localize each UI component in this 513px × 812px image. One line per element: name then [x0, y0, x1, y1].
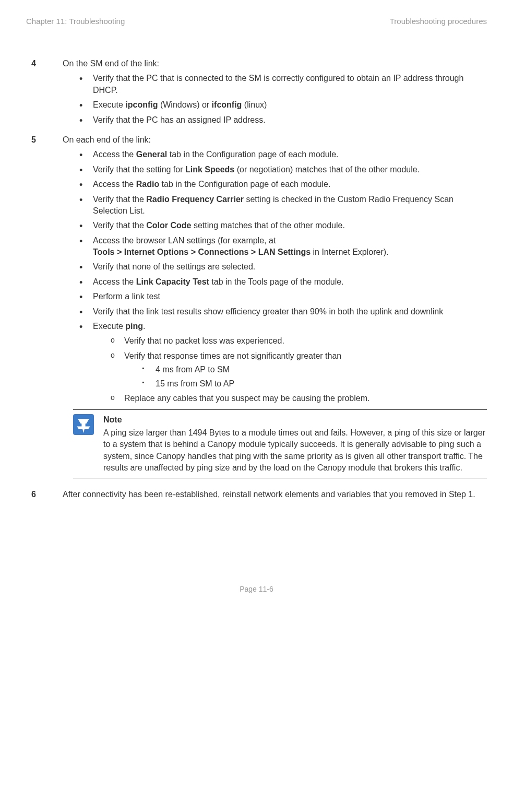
- list-item: Execute ipconfig (Windows) or ifconfig (…: [83, 99, 487, 111]
- note-body: A ping size larger than 1494 Bytes to a …: [103, 427, 487, 474]
- list-item: Verify that response times are not signi…: [115, 350, 487, 390]
- list-item: Perform a link test: [83, 291, 487, 302]
- header-left: Chapter 11: Troubleshooting: [26, 16, 125, 27]
- step-number: 6: [31, 489, 63, 500]
- note-box: Note A ping size larger than 1494 Bytes …: [73, 409, 487, 478]
- sub-list: Verify that no packet loss was experienc…: [93, 335, 487, 404]
- svg-marker-2: [77, 427, 90, 429]
- list-item: 15 ms from SM to AP: [146, 378, 487, 390]
- list-item: Access the browser LAN settings (for exa…: [83, 235, 487, 258]
- step-number: 4: [31, 58, 63, 129]
- note-title: Note: [103, 414, 487, 426]
- list-item: Access the General tab in the Configurat…: [83, 149, 487, 160]
- list-item: Verify that none of the settings are sel…: [83, 261, 487, 273]
- page-header: Chapter 11: Troubleshooting Troubleshoot…: [26, 16, 487, 27]
- step-6: 6 After connectivity has been re-establi…: [31, 489, 487, 500]
- step-body: On the SM end of the link: Verify that t…: [63, 58, 487, 129]
- svg-rect-1: [81, 423, 85, 427]
- step-body: On each end of the link: Access the Gene…: [63, 134, 487, 484]
- step-title: On the SM end of the link:: [63, 58, 487, 69]
- list-item: Access the Link Capacity Test tab in the…: [83, 276, 487, 288]
- list-item: Access the Radio tab in the Configuratio…: [83, 179, 487, 190]
- list-item: Verify that the Radio Frequency Carrier …: [83, 194, 487, 217]
- page-footer: Page 11-6: [26, 584, 487, 595]
- step-title: On each end of the link:: [63, 134, 487, 146]
- step-body: After connectivity has been re-establish…: [63, 489, 487, 500]
- list-item: Replace any cables that you suspect may …: [115, 393, 487, 404]
- note-content: Note A ping size larger than 1494 Bytes …: [103, 414, 487, 474]
- pushpin-icon: [73, 414, 94, 435]
- list-item: Verify that the PC has an assigned IP ad…: [83, 114, 487, 126]
- bullet-list: Verify that the PC that is connected to …: [63, 73, 487, 126]
- main-content: 4 On the SM end of the link: Verify that…: [31, 58, 487, 501]
- step-4: 4 On the SM end of the link: Verify that…: [31, 58, 487, 129]
- list-item: Verify that the link test results show e…: [83, 306, 487, 317]
- step-5: 5 On each end of the link: Access the Ge…: [31, 134, 487, 484]
- list-item: Verify that the setting for Link Speeds …: [83, 164, 487, 175]
- bullet-list: Access the General tab in the Configurat…: [63, 149, 487, 404]
- header-right: Troubleshooting procedures: [390, 16, 487, 27]
- list-item: 4 ms from AP to SM: [146, 364, 487, 375]
- list-item: Verify that the Color Code setting match…: [83, 220, 487, 231]
- sub-sub-list: 4 ms from AP to SM 15 ms from SM to AP: [124, 364, 487, 390]
- step-number: 5: [31, 134, 63, 484]
- list-item: Verify that the PC that is connected to …: [83, 73, 487, 96]
- list-item: Verify that no packet loss was experienc…: [115, 335, 487, 347]
- svg-marker-3: [82, 429, 85, 433]
- list-item: Execute ping. Verify that no packet loss…: [83, 321, 487, 404]
- svg-marker-0: [78, 419, 89, 424]
